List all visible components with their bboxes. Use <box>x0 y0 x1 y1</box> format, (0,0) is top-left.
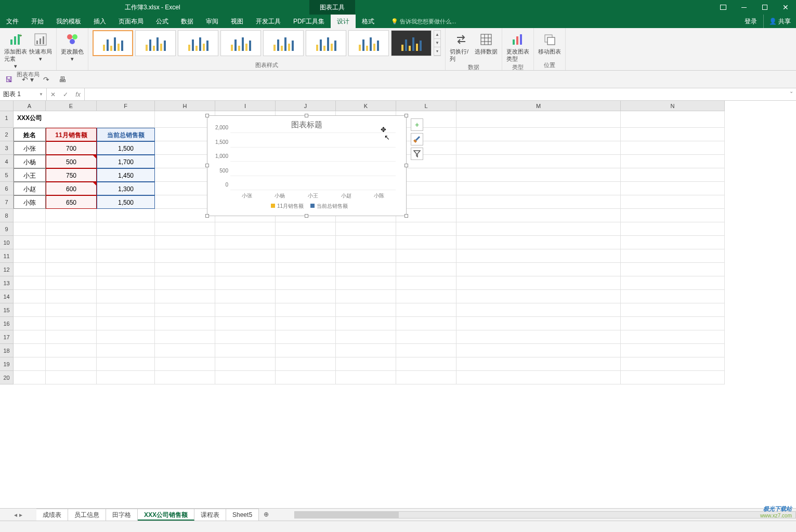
change-chart-type-button[interactable]: 更改图表类型 <box>506 30 529 62</box>
cell[interactable] <box>456 263 621 276</box>
cell[interactable] <box>155 357 215 371</box>
cell[interactable] <box>14 236 46 249</box>
cell[interactable] <box>155 344 215 357</box>
cell[interactable] <box>46 111 97 128</box>
cell[interactable] <box>46 236 97 249</box>
cell[interactable] <box>396 276 456 290</box>
cell[interactable] <box>621 330 725 344</box>
cell[interactable]: 500 <box>46 155 97 168</box>
cell[interactable] <box>215 290 276 303</box>
cell[interactable] <box>14 222 46 236</box>
col-header[interactable]: E <box>46 101 97 111</box>
cell[interactable] <box>276 276 336 290</box>
row-header[interactable]: 19 <box>0 357 14 371</box>
sheet-tab[interactable]: 田字格 <box>106 509 138 521</box>
cell[interactable] <box>621 168 725 182</box>
cell[interactable] <box>276 303 336 317</box>
worksheet-grid[interactable]: A E F H I J K L M N 1XXX公司2姓名11月销售额当前总销售… <box>0 101 796 508</box>
print-icon[interactable]: 🖶 <box>59 75 66 84</box>
cell[interactable] <box>621 128 725 141</box>
cell[interactable] <box>46 330 97 344</box>
cell[interactable]: 小陈 <box>14 195 46 209</box>
tab-formulas[interactable]: 公式 <box>150 15 175 28</box>
cell[interactable] <box>97 344 155 357</box>
embedded-chart[interactable]: 图表标题 0 500 1,000 1,500 2,000 小张小杨小王小赵小陈 … <box>207 115 407 216</box>
cell[interactable] <box>276 344 336 357</box>
cell[interactable] <box>215 344 276 357</box>
sheet-tab[interactable]: 成绩表 <box>36 509 68 521</box>
cell[interactable] <box>336 317 396 330</box>
tab-design[interactable]: 设计 <box>331 15 356 28</box>
sheet-nav[interactable]: ◂ ▸ <box>0 509 36 521</box>
cell[interactable] <box>155 128 215 141</box>
cell[interactable] <box>155 263 215 276</box>
cell[interactable] <box>621 303 725 317</box>
cell[interactable] <box>155 290 215 303</box>
cell[interactable] <box>456 290 621 303</box>
cell[interactable] <box>215 236 276 249</box>
cell[interactable] <box>396 236 456 249</box>
tab-data[interactable]: 数据 <box>175 15 200 28</box>
cell[interactable]: 600 <box>46 182 97 195</box>
cell[interactable] <box>14 330 46 344</box>
row-header[interactable]: 10 <box>0 236 14 249</box>
share-button[interactable]: 👤 共享 <box>763 15 796 28</box>
cell[interactable] <box>155 371 215 384</box>
col-header[interactable]: A <box>14 101 46 111</box>
fx-icon[interactable]: fx <box>72 91 84 98</box>
row-header[interactable]: 4 <box>0 155 14 168</box>
cell[interactable] <box>336 236 396 249</box>
tab-format[interactable]: 格式 <box>356 15 381 28</box>
cell[interactable] <box>621 222 725 236</box>
row-header[interactable]: 20 <box>0 371 14 384</box>
cell[interactable] <box>456 236 621 249</box>
cell[interactable] <box>396 263 456 276</box>
cell[interactable] <box>396 357 456 371</box>
cell[interactable] <box>276 249 336 263</box>
cell[interactable] <box>336 357 396 371</box>
cell[interactable] <box>215 249 276 263</box>
cell[interactable] <box>14 290 46 303</box>
tab-templates[interactable]: 我的模板 <box>50 15 87 28</box>
cell[interactable] <box>276 330 336 344</box>
cell[interactable] <box>46 303 97 317</box>
row-header[interactable]: 8 <box>0 209 14 222</box>
cell[interactable] <box>97 371 155 384</box>
cell[interactable] <box>276 357 336 371</box>
cell[interactable] <box>336 330 396 344</box>
cell[interactable] <box>155 317 215 330</box>
cell[interactable] <box>621 249 725 263</box>
cell[interactable] <box>456 182 621 195</box>
cell[interactable] <box>621 357 725 371</box>
cell[interactable]: 小王 <box>14 168 46 182</box>
cell[interactable] <box>155 182 215 195</box>
cancel-formula-icon[interactable]: ✕ <box>47 91 59 98</box>
row-header[interactable]: 14 <box>0 290 14 303</box>
cell[interactable] <box>456 209 621 222</box>
cell[interactable] <box>621 290 725 303</box>
cell[interactable] <box>396 222 456 236</box>
cell[interactable] <box>336 303 396 317</box>
cell[interactable]: 小张 <box>14 141 46 155</box>
cell[interactable] <box>336 222 396 236</box>
move-chart-button[interactable]: 移动图表 <box>538 30 561 55</box>
chart-style-7[interactable] <box>348 30 389 56</box>
col-header[interactable]: H <box>155 101 215 111</box>
tab-developer[interactable]: 开发工具 <box>250 15 287 28</box>
cell[interactable] <box>336 276 396 290</box>
cell[interactable] <box>14 357 46 371</box>
cell[interactable] <box>155 168 215 182</box>
cell[interactable] <box>215 263 276 276</box>
cell[interactable] <box>276 371 336 384</box>
add-chart-element-button[interactable]: + 添加图表元素 ▾ <box>4 30 27 70</box>
formula-input[interactable] <box>85 88 787 100</box>
cell[interactable] <box>46 344 97 357</box>
cell[interactable] <box>621 155 725 168</box>
tab-review[interactable]: 审阅 <box>200 15 225 28</box>
cell[interactable] <box>155 141 215 155</box>
cell[interactable] <box>621 344 725 357</box>
select-all-corner[interactable] <box>0 101 14 111</box>
cell[interactable] <box>456 357 621 371</box>
cell[interactable] <box>276 263 336 276</box>
cell[interactable] <box>621 236 725 249</box>
